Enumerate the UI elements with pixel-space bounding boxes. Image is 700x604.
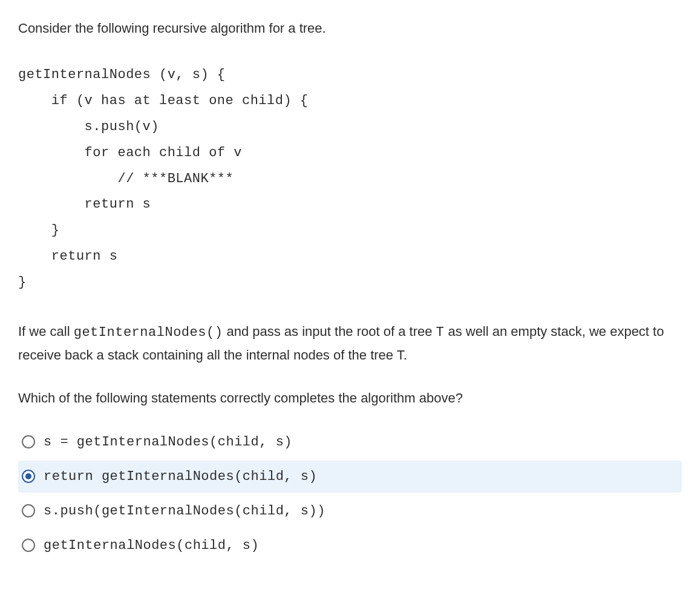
option-3[interactable]: getInternalNodes(child, s) <box>18 530 682 562</box>
radio-icon <box>22 504 35 517</box>
explain-code1: getInternalNodes() <box>74 325 223 340</box>
option-0[interactable]: s = getInternalNodes(child, s) <box>18 426 682 458</box>
radio-icon <box>22 435 35 448</box>
code-block: getInternalNodes (v, s) { if (v has at l… <box>18 62 682 296</box>
option-1[interactable]: return getInternalNodes(child, s) <box>18 461 682 493</box>
option-2[interactable]: s.push(getInternalNodes(child, s)) <box>18 495 682 527</box>
options-group: s = getInternalNodes(child, s) return ge… <box>18 426 682 562</box>
option-label: return getInternalNodes(child, s) <box>44 467 317 487</box>
intro-text: Consider the following recursive algorit… <box>18 18 682 38</box>
radio-icon <box>22 539 35 552</box>
option-label: s.push(getInternalNodes(child, s)) <box>44 501 325 521</box>
explain-mid: and pass as input the root of a tree <box>223 324 436 339</box>
explain-pre: If we call <box>18 324 74 339</box>
explanation-text: If we call getInternalNodes() and pass a… <box>18 320 682 367</box>
radio-icon <box>22 470 35 483</box>
option-label: s = getInternalNodes(child, s) <box>44 432 292 452</box>
explain-code2: T <box>436 325 445 340</box>
option-label: getInternalNodes(child, s) <box>44 536 259 556</box>
question-text: Which of the following statements correc… <box>18 388 682 408</box>
